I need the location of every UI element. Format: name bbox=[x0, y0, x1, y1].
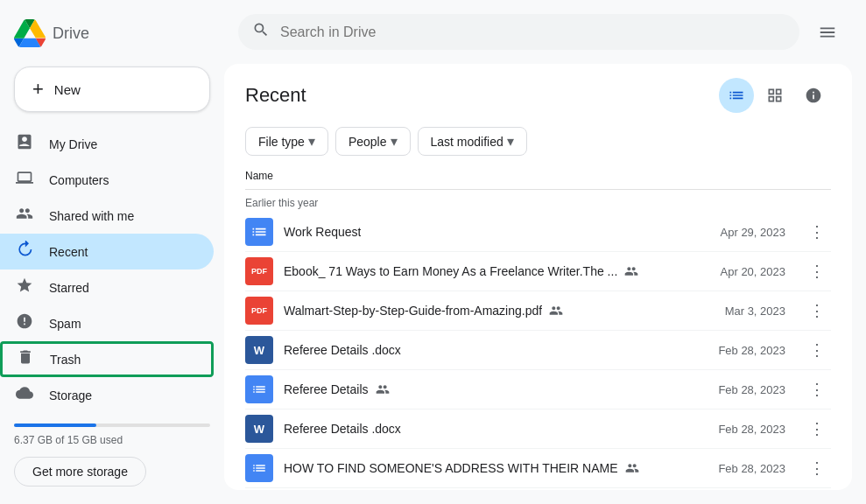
filter-file-type-chevron: ▾ bbox=[308, 133, 315, 150]
file-name-text: Walmart-Step-by-Step-Guide-from-Amazing.… bbox=[284, 304, 542, 318]
filter-people[interactable]: People ▾ bbox=[335, 127, 411, 156]
filter-people-chevron: ▾ bbox=[391, 133, 398, 150]
filter-last-modified-chevron: ▾ bbox=[507, 133, 514, 150]
filter-last-modified-label: Last modified bbox=[431, 135, 503, 149]
grid-view-button[interactable] bbox=[757, 78, 792, 113]
settings-icon-button[interactable] bbox=[810, 15, 845, 50]
nav-recent-label: Recent bbox=[49, 245, 88, 259]
nav-trash[interactable]: Trash bbox=[0, 341, 214, 377]
more-button[interactable]: ⋮ bbox=[803, 218, 831, 246]
file-list-header: Name bbox=[245, 163, 831, 190]
file-name: Referee Details .docx bbox=[284, 343, 652, 357]
sidebar: Drive + New My Drive Computers Shared wi… bbox=[0, 0, 224, 504]
search-input[interactable] bbox=[280, 24, 785, 40]
trash-icon bbox=[15, 348, 36, 370]
shared-icon bbox=[14, 205, 35, 227]
column-name: Name bbox=[245, 170, 831, 182]
main-content: Recent File type ▾ People ▾ bbox=[224, 64, 852, 490]
plus-icon: + bbox=[32, 78, 44, 101]
nav-recent[interactable]: Recent bbox=[0, 234, 214, 270]
filter-last-modified[interactable]: Last modified ▾ bbox=[418, 127, 527, 156]
file-more: ⋮ bbox=[796, 336, 831, 364]
file-date: Apr 20, 2023 bbox=[663, 265, 785, 278]
nav-computers[interactable]: Computers bbox=[0, 162, 214, 198]
table-row[interactable]: PDF Walmart-Step-by-Step-Guide-from-Amaz… bbox=[245, 291, 831, 331]
file-more: ⋮ bbox=[796, 415, 831, 443]
info-button[interactable] bbox=[796, 78, 831, 113]
file-name-text: Referee Details .docx bbox=[284, 343, 401, 357]
shared-indicator-icon bbox=[624, 264, 638, 278]
page-title: Recent bbox=[245, 84, 705, 107]
file-name: Walmart-Step-by-Step-Guide-from-Amazing.… bbox=[284, 304, 652, 318]
file-date: Mar 3, 2023 bbox=[663, 304, 785, 318]
shared-indicator-icon bbox=[376, 382, 390, 396]
more-button[interactable]: ⋮ bbox=[803, 375, 831, 403]
topbar-controls bbox=[810, 15, 845, 50]
logo-area: Drive bbox=[0, 7, 224, 60]
computers-icon bbox=[14, 169, 35, 191]
nav-spam[interactable]: Spam bbox=[0, 305, 214, 341]
nav-shared-label: Shared with me bbox=[49, 209, 134, 223]
nav-shared-with-me[interactable]: Shared with me bbox=[0, 198, 214, 234]
more-button[interactable]: ⋮ bbox=[803, 336, 831, 364]
storage-bar-bg bbox=[14, 424, 210, 427]
file-name-text: Work Request bbox=[284, 225, 361, 239]
filter-people-label: People bbox=[349, 135, 387, 149]
new-button[interactable]: + New bbox=[14, 66, 210, 112]
list-view-button[interactable] bbox=[719, 78, 754, 113]
nav-spam-label: Spam bbox=[49, 317, 81, 331]
file-more: ⋮ bbox=[796, 297, 831, 325]
file-name-text: HOW TO FIND SOMEONE'S ADDRESS WITH THEIR… bbox=[284, 461, 618, 475]
filter-file-type[interactable]: File type ▾ bbox=[245, 127, 328, 156]
table-row[interactable]: Work Request Apr 29, 2023 ⋮ bbox=[245, 213, 831, 252]
table-row[interactable]: PDF Ebook_ 71 Ways to Earn Money As a Fr… bbox=[245, 252, 831, 291]
file-date: Feb 28, 2023 bbox=[663, 383, 785, 396]
table-row[interactable]: W Referee Details .docx Feb 28, 2023 ⋮ bbox=[245, 331, 831, 370]
file-icon-doc bbox=[245, 454, 273, 482]
filters: File type ▾ People ▾ Last modified ▾ bbox=[224, 120, 852, 163]
table-row[interactable]: HOW TO FIND SOMEONE'S ADDRESS WITH THEIR… bbox=[245, 449, 831, 488]
section-label: Earlier this year bbox=[245, 190, 831, 213]
file-name: HOW TO FIND SOMEONE'S ADDRESS WITH THEIR… bbox=[284, 461, 652, 475]
get-more-storage-button[interactable]: Get more storage bbox=[14, 457, 146, 486]
nav-my-drive[interactable]: My Drive bbox=[0, 126, 214, 162]
nav-storage[interactable]: Storage bbox=[0, 377, 214, 413]
file-name: Ebook_ 71 Ways to Earn Money As a Freela… bbox=[284, 264, 652, 278]
more-button[interactable]: ⋮ bbox=[803, 297, 831, 325]
file-more: ⋮ bbox=[796, 454, 831, 482]
nav-starred-label: Starred bbox=[49, 281, 89, 295]
storage-bar-fill bbox=[14, 424, 96, 427]
file-icon-list bbox=[245, 218, 273, 246]
storage-icon bbox=[14, 384, 35, 406]
more-button[interactable]: ⋮ bbox=[803, 257, 831, 285]
file-date: Feb 28, 2023 bbox=[663, 344, 785, 357]
storage-usage-text: 6.37 GB of 15 GB used bbox=[14, 434, 210, 446]
app-title: Drive bbox=[53, 24, 89, 43]
file-more: ⋮ bbox=[796, 375, 831, 403]
shared-indicator-icon bbox=[549, 304, 563, 318]
table-row[interactable]: W Referee Details .docx Feb 28, 2023 ⋮ bbox=[245, 410, 831, 449]
more-button[interactable]: ⋮ bbox=[803, 415, 831, 443]
new-button-label: New bbox=[54, 82, 81, 97]
file-icon-pdf: PDF bbox=[245, 257, 273, 285]
nav-storage-label: Storage bbox=[49, 388, 92, 402]
nav-trash-label: Trash bbox=[50, 353, 81, 367]
file-more: ⋮ bbox=[796, 257, 831, 285]
file-name-text: Ebook_ 71 Ways to Earn Money As a Freela… bbox=[284, 264, 617, 278]
file-date: Feb 28, 2023 bbox=[663, 423, 785, 436]
file-icon-word: W bbox=[245, 415, 273, 443]
nav-my-drive-label: My Drive bbox=[49, 137, 97, 151]
file-list: Name Earlier this year Work Request Apr … bbox=[224, 163, 852, 490]
recent-icon bbox=[14, 241, 35, 262]
file-name: Referee Details .docx bbox=[284, 422, 652, 436]
file-icon-pdf: PDF bbox=[245, 297, 273, 325]
page-header: Recent bbox=[224, 64, 852, 120]
table-row[interactable]: Referee Details Feb 28, 2023 ⋮ bbox=[245, 370, 831, 410]
more-button[interactable]: ⋮ bbox=[803, 454, 831, 482]
search-bar[interactable] bbox=[238, 14, 799, 50]
my-drive-icon bbox=[14, 133, 35, 155]
nav-starred[interactable]: Starred bbox=[0, 270, 214, 305]
header-actions bbox=[719, 78, 831, 113]
shared-indicator-icon bbox=[625, 461, 639, 475]
search-icon bbox=[252, 21, 270, 43]
